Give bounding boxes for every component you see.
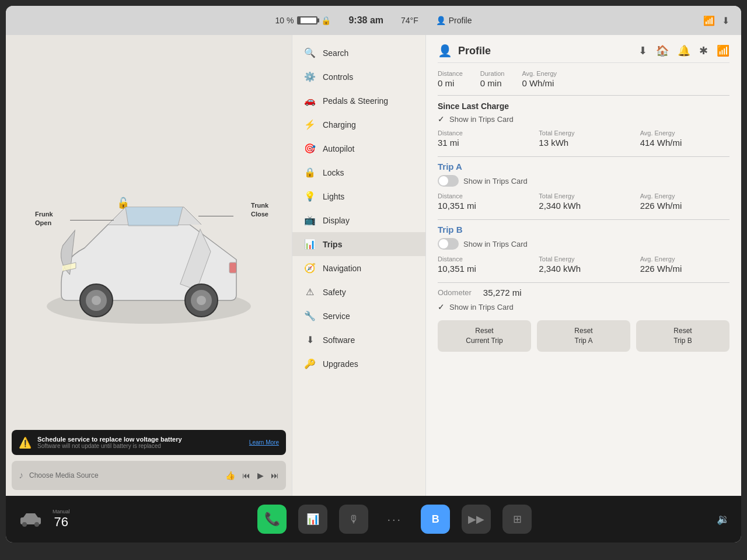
menu-label-service: Service [323, 312, 350, 321]
voice-button[interactable]: 📊 [298, 505, 327, 534]
reset-trip-a-button[interactable]: ResetTrip A [537, 320, 630, 352]
current-energy: Avg. Energy 0 Wh/mi [522, 70, 557, 88]
menu-label-charging: Charging [323, 120, 356, 130]
menu-item-controls[interactable]: ⚙️ Controls [292, 65, 425, 89]
media-source-label[interactable]: Choose Media Source [29, 471, 219, 480]
menu-item-locks[interactable]: 🔒 Locks [292, 160, 425, 184]
odometer-show-label: Show in Trips Card [449, 303, 514, 312]
menu-label-search: Search [323, 48, 348, 58]
trip-b-title: Trip B [438, 225, 729, 235]
since-last-charge-title: Since Last Charge [438, 102, 729, 111]
controls-icon: ⚙️ [304, 71, 316, 82]
pedals-icon: 🚗 [304, 95, 316, 106]
reset-trip-b-button[interactable]: ResetTrip B [636, 320, 729, 352]
menu-item-navigation[interactable]: 🧭 Navigation [292, 256, 425, 280]
trips-panel: 👤 Profile ⬇ 🏠 🔔 ✱ 📶 Distance 0 mi Durati… [426, 35, 741, 496]
signal-action-icon[interactable]: 📶 [717, 44, 729, 57]
taskbar-temp: Manual 76 [53, 509, 70, 530]
menu-item-service[interactable]: 🔧 Service [292, 304, 425, 328]
taskbar: Manual 76 📞 📊 🎙 ··· B ▶▶ ⊞ 🔉 [6, 496, 741, 542]
lights-icon: 💡 [304, 191, 316, 202]
trip-a-stats: Distance 10,351 mi Total Energy 2,340 kW… [438, 192, 729, 211]
temp-label: Manual [53, 509, 70, 514]
menu-label-pedals: Pedals & Steering [323, 96, 388, 106]
profile-icon: 👤 [436, 16, 446, 25]
upgrades-icon: 🔑 [304, 358, 316, 369]
since-last-charge-check-icon[interactable]: ✓ [438, 114, 445, 124]
phone-button[interactable]: 📞 [257, 505, 287, 534]
alert-text-area: Schedule service to replace low voltage … [37, 436, 243, 449]
search-icon: 🔍 [304, 47, 316, 58]
trunk-line [198, 216, 233, 216]
since-last-charge-stats: Distance 31 mi Total Energy 13 kWh Avg. … [438, 130, 729, 148]
play-button[interactable]: ▶ [257, 471, 264, 480]
next-track-button[interactable]: ⏭ [271, 471, 279, 480]
trip-b-distance-value: 10,351 mi [438, 264, 527, 274]
learn-more-link[interactable]: Learn More [249, 439, 279, 446]
odometer-value: 35,272 mi [483, 288, 522, 298]
menu-item-pedals[interactable]: 🚗 Pedals & Steering [292, 89, 425, 113]
asterisk-icon[interactable]: ✱ [699, 44, 708, 57]
menu-label-autopilot: Autopilot [323, 144, 354, 153]
since-last-charge-checkbox-label: Show in Trips Card [449, 115, 514, 124]
odometer-row: Odometer 35,272 mi [438, 288, 729, 298]
trip-b-toggle[interactable] [438, 238, 459, 250]
slc-total-energy-value: 13 kWh [539, 138, 628, 148]
status-profile[interactable]: 👤 Profile [436, 16, 472, 25]
divider-2 [438, 156, 729, 157]
reset-current-trip-button[interactable]: ResetCurrent Trip [438, 320, 531, 352]
volume-icon[interactable]: 🔉 [717, 513, 729, 526]
menu-item-upgrades[interactable]: 🔑 Upgrades [292, 352, 425, 376]
car-image-area: FrunkOpen TrunkClose 🔓 ⚡ [18, 149, 280, 382]
menu-label-trips: Trips [323, 240, 342, 249]
trip-a-avg-energy-label: Avg. Energy [640, 192, 729, 200]
bell-icon[interactable]: 🔔 [678, 44, 690, 57]
menu-item-charging[interactable]: ⚡ Charging [292, 113, 425, 136]
menu-item-display[interactable]: 📺 Display [292, 208, 425, 232]
trip-b-checkbox-row: Show in Trips Card [438, 238, 729, 250]
trip-a-toggle-knob [439, 176, 448, 186]
status-temp: 74°F [401, 16, 418, 25]
menu-item-software[interactable]: ⬇ Software [292, 328, 425, 352]
trip-b-total-energy-value: 2,340 kWh [539, 264, 628, 274]
download-action-icon[interactable]: ⬇ [638, 44, 647, 57]
trip-b-toggle-knob [439, 239, 448, 249]
apps-button[interactable]: ⊞ [502, 505, 532, 534]
battery-percent: 10 % [275, 16, 294, 25]
menu-item-search[interactable]: 🔍 Search [292, 41, 425, 65]
trip-a-show-label: Show in Trips Card [463, 177, 528, 186]
camera-button[interactable]: 🎙 [339, 505, 368, 534]
odometer-label: Odometer [438, 288, 472, 297]
odometer-check-icon[interactable]: ✓ [438, 302, 445, 312]
status-time: 9:38 am [348, 15, 383, 26]
menu-label-navigation: Navigation [323, 264, 361, 273]
trip-a-avg-energy: Avg. Energy 226 Wh/mi [640, 192, 729, 211]
download-icon: ⬇ [722, 15, 729, 26]
since-last-charge-section: Since Last Charge ✓ Show in Trips Card D… [438, 102, 729, 148]
safety-icon: ⚠ [304, 286, 316, 298]
prev-track-button[interactable]: ⏮ [242, 471, 250, 480]
thumbs-up-icon[interactable]: 👍 [225, 471, 235, 480]
bluetooth-button[interactable]: B [421, 505, 450, 534]
current-energy-value: 0 Wh/mi [522, 78, 557, 88]
menu-item-safety[interactable]: ⚠ Safety [292, 280, 425, 304]
car-visualization: FrunkOpen TrunkClose 🔓 ⚡ [26, 178, 271, 353]
more-button[interactable]: ··· [380, 505, 409, 534]
menu-item-autopilot[interactable]: 🎯 Autopilot [292, 136, 425, 160]
trip-a-total-energy-label: Total Energy [539, 192, 628, 200]
profile-person-icon: 👤 [438, 44, 452, 58]
odometer-checkbox-row: ✓ Show in Trips Card [438, 302, 729, 312]
menu-item-lights[interactable]: 💡 Lights [292, 184, 425, 208]
trip-a-toggle[interactable] [438, 175, 459, 187]
frunk-line [70, 220, 114, 220]
trip-b-stats: Distance 10,351 mi Total Energy 2,340 kW… [438, 256, 729, 274]
profile-label: Profile [449, 16, 472, 25]
menu-item-trips[interactable]: 📊 Trips [292, 232, 425, 256]
home-icon[interactable]: 🏠 [656, 44, 669, 57]
trip-b-section: Trip B Show in Trips Card Distance 10,35… [438, 225, 729, 274]
reset-buttons-row: ResetCurrent Trip ResetTrip A ResetTrip … [438, 320, 729, 352]
media-player-button[interactable]: ▶▶ [462, 505, 491, 534]
trip-a-total-energy: Total Energy 2,340 kWh [539, 192, 628, 211]
battery-info: 10 % 🔒 [275, 16, 331, 25]
charging-icon: ⚡ [304, 119, 316, 130]
